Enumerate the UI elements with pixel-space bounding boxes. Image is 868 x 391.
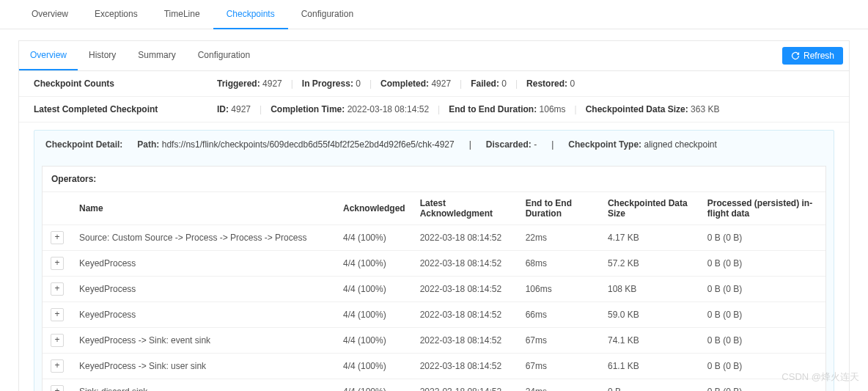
type-value: aligned checkpoint bbox=[644, 139, 716, 150]
cell-ack: 4/4 (100%) bbox=[336, 379, 413, 392]
cell-dur: 67ms bbox=[518, 328, 600, 354]
cell-name: KeyedProcess bbox=[72, 251, 336, 277]
cell-name: KeyedProcess bbox=[72, 277, 336, 302]
refresh-icon bbox=[791, 51, 800, 60]
cell-dur: 66ms bbox=[518, 302, 600, 328]
cell-dur: 68ms bbox=[518, 251, 600, 277]
table-row: +KeyedProcess4/4 (100%)2022-03-18 08:14:… bbox=[43, 251, 825, 277]
column-header: Checkpointed Data Size bbox=[600, 192, 700, 225]
cell-inflight: 0 B (0 B) bbox=[700, 328, 825, 354]
refresh-label: Refresh bbox=[803, 51, 834, 61]
cell-ack: 4/4 (100%) bbox=[336, 225, 413, 251]
expand-button[interactable]: + bbox=[51, 308, 64, 321]
column-header: End to End Duration bbox=[518, 192, 600, 225]
outer-tabs: OverviewExceptionsTimeLineCheckpointsCon… bbox=[0, 0, 868, 29]
triggered-value: 4927 bbox=[262, 78, 282, 89]
inner-tab-history[interactable]: History bbox=[78, 41, 127, 70]
cell-size: 57.2 KB bbox=[600, 251, 700, 277]
cell-size: 4.17 KB bbox=[600, 225, 700, 251]
cell-inflight: 0 B (0 B) bbox=[700, 251, 825, 277]
type-label: Checkpoint Type: bbox=[568, 139, 641, 150]
e2e-value: 106ms bbox=[540, 104, 566, 114]
cell-inflight: 0 B (0 B) bbox=[700, 225, 825, 251]
column-header: Name bbox=[72, 192, 336, 225]
refresh-button[interactable]: Refresh bbox=[782, 47, 843, 65]
cell-ack: 4/4 (100%) bbox=[336, 277, 413, 302]
cell-name: KeyedProcess -> Sink: event sink bbox=[72, 328, 336, 354]
completion-time-label: Completion Time: bbox=[271, 104, 345, 114]
failed-label: Failed: bbox=[471, 78, 499, 89]
path-value: hdfs://ns1/flink/checkpoints/609decdb6d5… bbox=[162, 139, 455, 150]
column-header bbox=[43, 192, 72, 225]
inner-tab-overview[interactable]: Overview bbox=[19, 41, 78, 70]
outer-tab-exceptions[interactable]: Exceptions bbox=[81, 0, 151, 29]
cell-inflight: 0 B (0 B) bbox=[700, 277, 825, 302]
expand-button[interactable]: + bbox=[51, 385, 64, 391]
table-row: +Sink: discard sink4/4 (100%)2022-03-18 … bbox=[43, 379, 825, 392]
outer-tab-configuration[interactable]: Configuration bbox=[288, 0, 367, 29]
discarded-label: Discarded: bbox=[486, 139, 532, 150]
failed-value: 0 bbox=[501, 78, 507, 89]
column-header: Latest Acknowledgment bbox=[413, 192, 518, 225]
cell-size: 59.0 KB bbox=[600, 302, 700, 328]
cell-latest: 2022-03-18 08:14:52 bbox=[413, 277, 518, 302]
cell-latest: 2022-03-18 08:14:52 bbox=[413, 302, 518, 328]
size-label: Checkpointed Data Size: bbox=[586, 104, 688, 114]
operators-table: NameAcknowledgedLatest AcknowledgmentEnd… bbox=[43, 192, 825, 391]
cell-size: 108 KB bbox=[600, 277, 700, 302]
expand-button[interactable]: + bbox=[51, 257, 64, 270]
cell-inflight: 0 B (0 B) bbox=[700, 302, 825, 328]
cell-latest: 2022-03-18 08:14:52 bbox=[413, 379, 518, 392]
column-header: Acknowledged bbox=[336, 192, 413, 225]
checkpoint-counts-title: Checkpoint Counts bbox=[34, 78, 217, 89]
cell-dur: 24ms bbox=[518, 379, 600, 392]
cell-name: KeyedProcess -> Sink: user sink bbox=[72, 354, 336, 379]
table-row: +KeyedProcess -> Sink: user sink4/4 (100… bbox=[43, 354, 825, 379]
column-header: Processed (persisted) in-flight data bbox=[700, 192, 825, 225]
operators-title: Operators: bbox=[43, 167, 825, 192]
cell-size: 0 B bbox=[600, 379, 700, 392]
cell-latest: 2022-03-18 08:14:52 bbox=[413, 251, 518, 277]
cell-name: Source: Custom Source -> Process -> Proc… bbox=[72, 225, 336, 251]
completion-time-value: 2022-03-18 08:14:52 bbox=[347, 104, 429, 114]
outer-tab-overview[interactable]: Overview bbox=[18, 0, 81, 29]
detail-title: Checkpoint Detail: bbox=[45, 139, 122, 150]
cell-name: KeyedProcess bbox=[72, 302, 336, 328]
id-label: ID: bbox=[217, 104, 229, 114]
cell-latest: 2022-03-18 08:14:52 bbox=[413, 328, 518, 354]
inprogress-label: In Progress: bbox=[302, 78, 353, 89]
table-row: +Source: Custom Source -> Process -> Pro… bbox=[43, 225, 825, 251]
cell-ack: 4/4 (100%) bbox=[336, 302, 413, 328]
table-row: +KeyedProcess4/4 (100%)2022-03-18 08:14:… bbox=[43, 302, 825, 328]
path-label: Path: bbox=[137, 139, 159, 150]
e2e-label: End to End Duration: bbox=[449, 104, 537, 114]
checkpoint-counts-row: Checkpoint Counts Triggered: 4927| In Pr… bbox=[19, 71, 849, 97]
size-value: 363 KB bbox=[691, 104, 719, 114]
table-row: +KeyedProcess -> Sink: event sink4/4 (10… bbox=[43, 328, 825, 354]
cell-size: 74.1 KB bbox=[600, 328, 700, 354]
cell-dur: 67ms bbox=[518, 354, 600, 379]
cell-ack: 4/4 (100%) bbox=[336, 354, 413, 379]
cell-ack: 4/4 (100%) bbox=[336, 328, 413, 354]
cell-inflight: 0 B (0 B) bbox=[700, 379, 825, 392]
cell-size: 61.1 KB bbox=[600, 354, 700, 379]
cell-name: Sink: discard sink bbox=[72, 379, 336, 392]
expand-button[interactable]: + bbox=[51, 282, 64, 296]
expand-button[interactable]: + bbox=[51, 359, 64, 373]
latest-completed-title: Latest Completed Checkpoint bbox=[34, 104, 217, 114]
id-value: 4927 bbox=[231, 104, 251, 114]
inner-tabs: OverviewHistorySummaryConfiguration bbox=[19, 41, 261, 70]
cell-dur: 22ms bbox=[518, 225, 600, 251]
expand-button[interactable]: + bbox=[51, 231, 64, 244]
completed-value: 4927 bbox=[431, 78, 451, 89]
cell-latest: 2022-03-18 08:14:52 bbox=[413, 354, 518, 379]
cell-dur: 106ms bbox=[518, 277, 600, 302]
inprogress-value: 0 bbox=[356, 78, 361, 89]
discarded-value: - bbox=[534, 139, 537, 150]
restored-value: 0 bbox=[570, 78, 575, 89]
outer-tab-checkpoints[interactable]: Checkpoints bbox=[213, 0, 288, 29]
expand-button[interactable]: + bbox=[51, 334, 64, 347]
outer-tab-timeline[interactable]: TimeLine bbox=[151, 0, 213, 29]
inner-tab-configuration[interactable]: Configuration bbox=[187, 41, 261, 70]
inner-tab-summary[interactable]: Summary bbox=[127, 41, 186, 70]
